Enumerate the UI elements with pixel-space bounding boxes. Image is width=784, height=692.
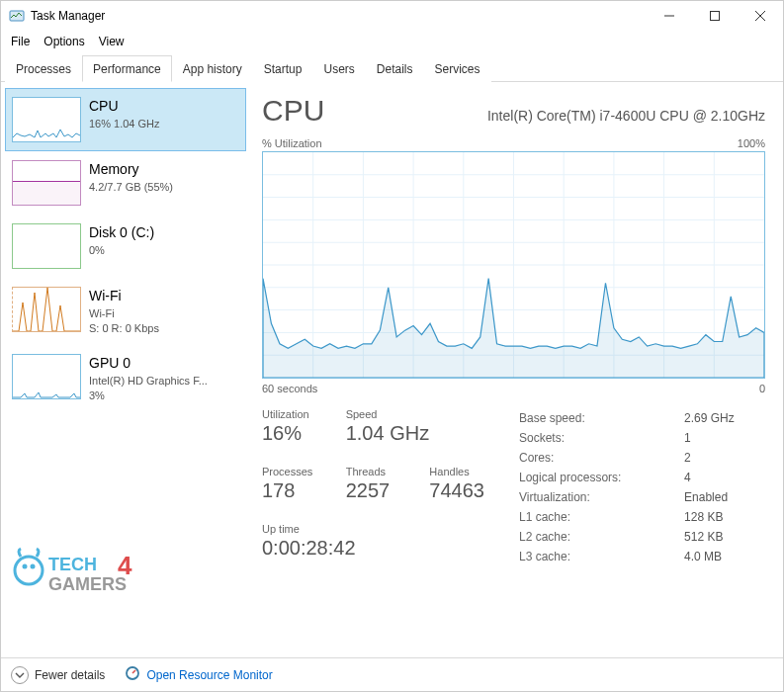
- orm-label: Open Resource Monitor: [146, 668, 272, 682]
- stat-util-value: 16%: [262, 422, 332, 445]
- sidebar-disk-name: Disk 0 (C:): [89, 223, 154, 243]
- sidebar-wifi-sub2: S: 0 R: 0 Kbps: [89, 321, 159, 336]
- sidebar: CPU 16% 1.04 GHz Memory 4.2/7.7 GB (55%)…: [1, 82, 246, 654]
- svg-text:TECH: TECH: [48, 555, 97, 574]
- content: CPU 16% 1.04 GHz Memory 4.2/7.7 GB (55%)…: [1, 82, 783, 654]
- time-right: 0: [759, 383, 765, 394]
- fewer-details-button[interactable]: Fewer details: [11, 666, 105, 684]
- open-resource-monitor-link[interactable]: Open Resource Monitor: [125, 665, 272, 684]
- stat-threads-label: Threads: [346, 466, 416, 477]
- app-icon: [9, 8, 25, 24]
- sidebar-item-gpu[interactable]: GPU 0 Intel(R) HD Graphics F... 3%: [5, 345, 246, 412]
- maximize-button[interactable]: [692, 1, 738, 31]
- sidebar-wifi-sub1: Wi-Fi: [89, 306, 159, 321]
- info-l3-value: 4.0 MB: [684, 547, 765, 566]
- info-lprocs-label: Logical processors:: [519, 468, 684, 487]
- sidebar-item-memory[interactable]: Memory 4.2/7.7 GB (55%): [5, 151, 246, 215]
- cpu-model: Intel(R) Core(TM) i7-4600U CPU @ 2.10GHz: [487, 108, 765, 124]
- svg-point-5: [15, 557, 43, 584]
- wifi-thumb: [12, 287, 81, 332]
- info-virt-label: Virtualization:: [519, 487, 684, 507]
- cpu-graph[interactable]: [262, 151, 765, 379]
- svg-rect-2: [711, 12, 720, 21]
- info-l2-value: 512 KB: [684, 527, 765, 547]
- info-cores-value: 2: [684, 448, 765, 468]
- svg-text:GAMERS: GAMERS: [48, 574, 127, 594]
- stat-proc-value: 178: [262, 479, 332, 502]
- stat-proc-label: Processes: [262, 466, 332, 477]
- cpu-thumb: [12, 97, 81, 142]
- info-l1-label: L1 cache:: [519, 507, 684, 527]
- tab-details[interactable]: Details: [366, 55, 424, 82]
- time-left: 60 seconds: [262, 383, 317, 394]
- util-max: 100%: [738, 137, 765, 149]
- util-label: % Utilization: [262, 137, 322, 149]
- minimize-button[interactable]: [647, 1, 692, 31]
- tab-users[interactable]: Users: [312, 55, 365, 82]
- tab-processes[interactable]: Processes: [5, 55, 82, 82]
- footer: Fewer details Open Resource Monitor: [1, 657, 783, 691]
- fewer-label: Fewer details: [35, 668, 105, 682]
- sidebar-wifi-name: Wi-Fi: [89, 287, 159, 306]
- tab-startup[interactable]: Startup: [253, 55, 313, 82]
- main-panel: CPU Intel(R) Core(TM) i7-4600U CPU @ 2.1…: [246, 82, 783, 654]
- svg-point-6: [23, 564, 28, 569]
- info-l1-value: 128 KB: [684, 507, 765, 527]
- stat-threads-value: 2257: [346, 479, 416, 502]
- stat-uptime-label: Up time: [262, 523, 499, 535]
- info-base-speed-label: Base speed:: [519, 408, 684, 428]
- tab-services[interactable]: Services: [424, 55, 491, 82]
- stat-util-label: Utilization: [262, 408, 332, 420]
- sidebar-item-cpu[interactable]: CPU 16% 1.04 GHz: [5, 88, 246, 151]
- info-virt-value: Enabled: [684, 487, 765, 507]
- stat-speed-label: Speed: [346, 408, 499, 420]
- stat-uptime-value: 0:00:28:42: [262, 537, 499, 560]
- stat-handles-value: 74463: [429, 479, 499, 502]
- info-l3-label: L3 cache:: [519, 547, 684, 566]
- menu-view[interactable]: View: [99, 35, 125, 48]
- sidebar-item-wifi[interactable]: Wi-Fi Wi-Fi S: 0 R: 0 Kbps: [5, 278, 246, 345]
- stats: Utilization16% Speed1.04 GHz Processes17…: [262, 408, 765, 566]
- svg-text:4: 4: [118, 551, 132, 580]
- menu-options[interactable]: Options: [44, 35, 84, 48]
- sidebar-gpu-name: GPU 0: [89, 354, 208, 374]
- tabs: Processes Performance App history Startu…: [1, 54, 783, 82]
- sidebar-memory-name: Memory: [89, 160, 173, 180]
- gpu-thumb: [12, 354, 81, 399]
- tab-performance[interactable]: Performance: [82, 55, 172, 82]
- sidebar-cpu-name: CPU: [89, 97, 160, 117]
- chevron-down-icon: [11, 666, 29, 684]
- info-base-speed-value: 2.69 GHz: [684, 408, 765, 428]
- svg-line-30: [132, 670, 135, 673]
- sidebar-gpu-sub2: 3%: [89, 389, 208, 403]
- monitor-icon: [125, 665, 140, 684]
- watermark: TECH 4 GAMERS: [11, 543, 159, 605]
- sidebar-gpu-sub1: Intel(R) HD Graphics F...: [89, 374, 208, 389]
- disk-thumb: [12, 223, 81, 269]
- cpu-heading: CPU: [262, 94, 324, 128]
- menu-file[interactable]: File: [11, 35, 30, 48]
- stat-speed-value: 1.04 GHz: [346, 422, 499, 445]
- sidebar-disk-sub: 0%: [89, 243, 154, 258]
- stat-handles-label: Handles: [429, 466, 499, 477]
- titlebar: Task Manager: [1, 1, 783, 31]
- info-lprocs-value: 4: [684, 468, 765, 487]
- sidebar-cpu-sub: 16% 1.04 GHz: [89, 117, 160, 131]
- info-l2-label: L2 cache:: [519, 527, 684, 547]
- info-table: Base speed:2.69 GHz Sockets:1 Cores:2 Lo…: [519, 408, 765, 566]
- menubar: File Options View: [1, 31, 783, 54]
- info-sockets-value: 1: [684, 428, 765, 448]
- tab-app-history[interactable]: App history: [172, 55, 253, 82]
- memory-thumb: [12, 160, 81, 206]
- svg-point-7: [31, 564, 36, 569]
- info-sockets-label: Sockets:: [519, 428, 684, 448]
- window-title: Task Manager: [31, 9, 105, 23]
- sidebar-memory-sub: 4.2/7.7 GB (55%): [89, 180, 173, 195]
- info-cores-label: Cores:: [519, 448, 684, 468]
- close-button[interactable]: [738, 1, 783, 31]
- sidebar-item-disk[interactable]: Disk 0 (C:) 0%: [5, 215, 246, 278]
